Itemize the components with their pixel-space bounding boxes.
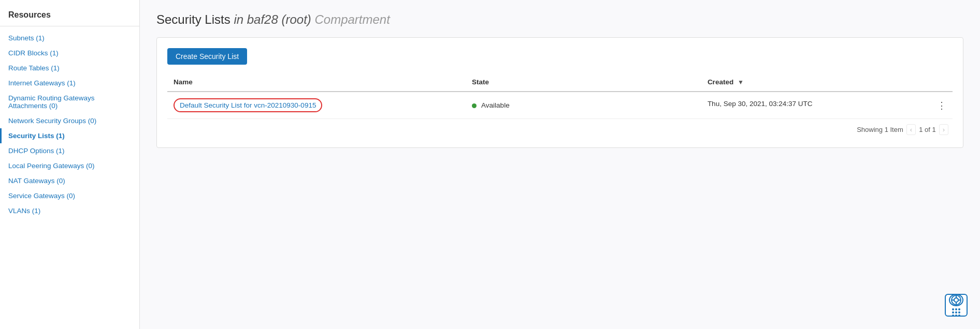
main-content: Security Lists in baf28 (root) Compartme…	[140, 0, 980, 329]
help-lifesaver-icon	[949, 294, 963, 306]
sidebar-item-dhcp-options[interactable]: DHCP Options (1)	[0, 143, 139, 158]
page-title-text: Security Lists	[156, 12, 230, 26]
sidebar-item-vlans[interactable]: VLANs (1)	[0, 203, 139, 218]
pagination-next-button[interactable]: ›	[939, 124, 948, 135]
create-security-list-button[interactable]: Create Security List	[167, 48, 247, 65]
sidebar-item-service-gateways[interactable]: Service Gateways (0)	[0, 188, 139, 203]
status-dot-icon	[472, 103, 477, 108]
sidebar-item-local-peering-gateways[interactable]: Local Peering Gateways (0)	[0, 158, 139, 173]
cell-state: Available	[466, 92, 701, 119]
table-header-row: Name State Created ▼	[167, 73, 953, 92]
sidebar: Resources Subnets (1) CIDR Blocks (1) Ro…	[0, 0, 140, 329]
sidebar-title: Resources	[0, 10, 139, 26]
sidebar-item-subnets[interactable]: Subnets (1)	[0, 31, 139, 46]
help-dots-icon	[952, 308, 960, 317]
page-context-name: baf28 (root)	[247, 12, 311, 26]
table-row: Default Security List for vcn-20210930-0…	[167, 92, 953, 119]
content-card: Create Security List Name State Created …	[156, 37, 963, 148]
security-list-link[interactable]: Default Security List for vcn-20210930-0…	[174, 98, 322, 112]
svg-point-1	[954, 298, 958, 302]
sidebar-item-network-security-groups[interactable]: Network Security Groups (0)	[0, 113, 139, 128]
sort-arrow-icon: ▼	[738, 79, 744, 86]
page-context-suffix: Compartment	[315, 12, 390, 26]
pagination-showing: Showing 1 Item	[857, 126, 903, 133]
column-header-created[interactable]: Created ▼	[701, 73, 953, 92]
sidebar-item-cidr-blocks[interactable]: CIDR Blocks (1)	[0, 46, 139, 61]
row-action-menu[interactable]: ⋮	[937, 100, 946, 111]
pagination-page: 1 of 1	[919, 126, 936, 133]
help-icon-container	[945, 294, 968, 317]
status-label: Available	[481, 101, 510, 109]
sidebar-item-nat-gateways[interactable]: NAT Gateways (0)	[0, 173, 139, 188]
sidebar-item-internet-gateways[interactable]: Internet Gateways (1)	[0, 76, 139, 91]
column-header-name: Name	[167, 73, 466, 92]
pagination: Showing 1 Item ‹ 1 of 1 ›	[167, 119, 953, 137]
security-lists-table: Name State Created ▼ Default Security Li…	[167, 73, 953, 119]
column-header-state: State	[466, 73, 701, 92]
page-context-prefix: in	[234, 12, 247, 26]
cell-name: Default Security List for vcn-20210930-0…	[167, 92, 466, 119]
page-title: Security Lists in baf28 (root) Compartme…	[156, 12, 963, 27]
pagination-prev-button[interactable]: ‹	[906, 124, 916, 135]
sidebar-item-route-tables[interactable]: Route Tables (1)	[0, 61, 139, 76]
sidebar-item-dynamic-routing[interactable]: Dynamic Routing Gateways Attachments (0)	[0, 91, 139, 113]
help-button[interactable]	[945, 294, 968, 317]
sidebar-item-security-lists[interactable]: Security Lists (1)	[0, 128, 139, 143]
cell-created: Thu, Sep 30, 2021, 03:24:37 UTC ⋮	[701, 92, 953, 119]
